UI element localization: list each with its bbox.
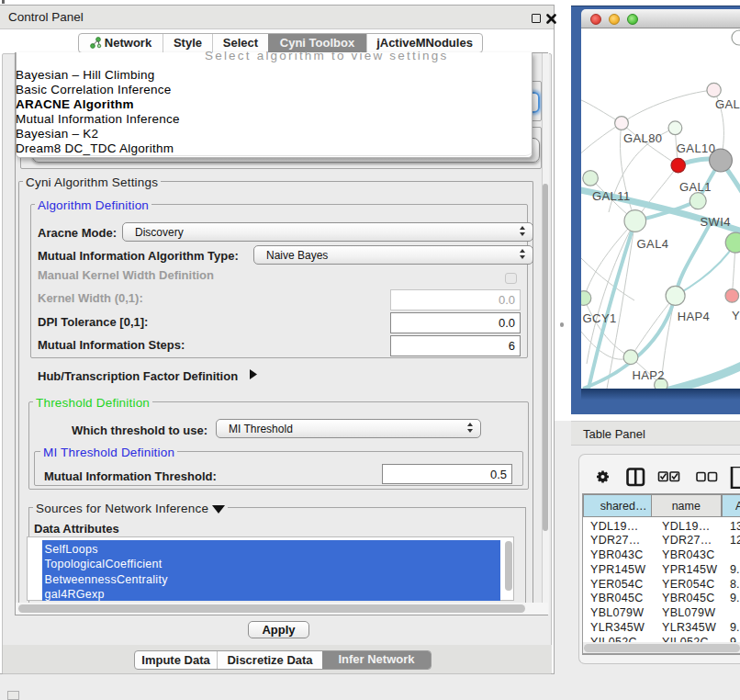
svg-text:SWI4: SWI4: [700, 215, 730, 229]
svg-text:GAL1: GAL1: [679, 180, 712, 194]
svg-text:GAL: GAL: [715, 97, 740, 111]
svg-text:GAL10: GAL10: [677, 141, 715, 155]
svg-text:HAP2: HAP2: [632, 368, 665, 382]
svg-text:GAL4: GAL4: [637, 237, 669, 251]
svg-text:GAL80: GAL80: [623, 131, 662, 145]
svg-text:Y: Y: [732, 309, 740, 322]
svg-text:GAL11: GAL11: [592, 189, 631, 203]
svg-text:HAP4: HAP4: [678, 310, 711, 323]
svg-text:GCY1: GCY1: [583, 311, 617, 325]
